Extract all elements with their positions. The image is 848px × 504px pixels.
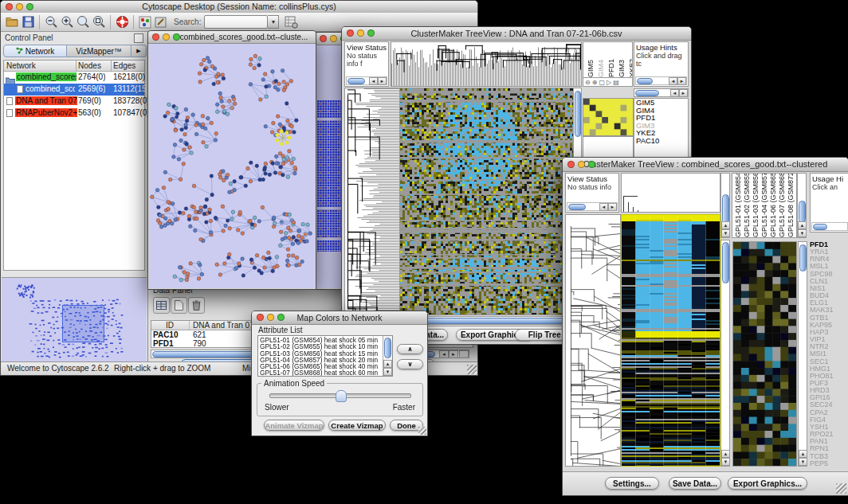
scroll-right-icon[interactable]: ►: [679, 89, 688, 97]
heatmap-main[interactable]: [621, 214, 720, 467]
scroll-down-icon[interactable]: ▼: [799, 458, 807, 466]
table-view-icon[interactable]: [153, 297, 170, 314]
zoom-icon[interactable]: [277, 314, 285, 321]
create-vizmap-button[interactable]: Create Vizmap: [328, 420, 386, 431]
search-input[interactable]: [204, 15, 268, 29]
mini-tool-icon[interactable]: ⊖: [585, 79, 591, 86]
close-icon[interactable]: [152, 33, 159, 41]
close-icon[interactable]: [320, 35, 327, 42]
resize-grip[interactable]: [418, 427, 426, 435]
close-icon[interactable]: [257, 314, 264, 321]
scroll-right-icon[interactable]: ►: [378, 77, 387, 85]
mini-tool-icon[interactable]: ⊕: [592, 79, 598, 86]
zoom-fit-icon[interactable]: [91, 14, 107, 30]
gene-label-list[interactable]: PFD1YRA1RNR4MSL1SPC98CLN1NIS1BUD4ELG1MAK…: [808, 241, 848, 467]
scroll-right-icon[interactable]: ►: [677, 77, 686, 85]
zoom-in-icon[interactable]: [59, 14, 75, 30]
close-icon[interactable]: [6, 3, 13, 10]
view-status-scrollbar[interactable]: ◄ ►: [567, 202, 618, 211]
column-dendrogram[interactable]: [391, 41, 582, 87]
scroll-right-icon[interactable]: ►: [608, 203, 617, 211]
heatmap-v-scrollbar[interactable]: ▲ ▼: [720, 240, 730, 467]
animate-vizmap-button[interactable]: Animate Vizmap: [264, 420, 324, 431]
delete-attribute-trash-icon[interactable]: [188, 297, 205, 314]
attribute-list-item[interactable]: GPL51-07 (GSM868) heat shock 60 min: [260, 369, 381, 376]
scroll-down-icon[interactable]: ▼: [721, 229, 730, 237]
network-graph-canvas[interactable]: [149, 44, 315, 288]
treeview-window-combined[interactable]: ClusterMaker TreeView : combined_scores_…: [562, 157, 848, 496]
annotation-icon[interactable]: [153, 14, 169, 30]
scroll-up-icon[interactable]: ▲: [798, 221, 807, 229]
mini-zoom-toolbar[interactable]: ⊖⊕▢▷▤: [583, 77, 633, 87]
mini-tool-icon[interactable]: ▢: [599, 79, 605, 86]
scroll-left-icon[interactable]: ◄: [669, 77, 677, 85]
gene-list-h-scrollbar[interactable]: ◄ ►: [634, 88, 689, 97]
move-up-button[interactable]: ∧: [397, 344, 423, 354]
scroll-down-icon[interactable]: ▼: [798, 229, 807, 237]
close-icon[interactable]: [347, 29, 354, 37]
tab-overflow-arrow-icon[interactable]: ▶: [132, 45, 147, 57]
usage-hints-scrollbar[interactable]: [811, 222, 848, 231]
scroll-up-icon[interactable]: ▲: [383, 360, 392, 368]
minimize-icon[interactable]: [330, 35, 337, 42]
zoom-icon[interactable]: [367, 29, 375, 37]
help-lifesaver-icon[interactable]: [114, 14, 130, 30]
main-title-bar[interactable]: Cytoscape Desktop (Session Name: collins…: [1, 1, 477, 14]
scroll-left-icon[interactable]: ◄: [599, 203, 608, 211]
tab-vizmapper[interactable]: VizMapper™: [67, 45, 132, 57]
zoom-selected-icon[interactable]: [75, 14, 91, 30]
zoom-icon[interactable]: [26, 3, 33, 10]
view-status-scrollbar[interactable]: ◄ ►: [346, 76, 387, 85]
network-view-window[interactable]: combined_scores_good.txt--cluste...: [147, 30, 316, 290]
slider-thumb[interactable]: [336, 390, 347, 402]
column-labels-scrollbar[interactable]: ▲ ▼: [797, 173, 807, 238]
scroll-up-icon[interactable]: ▲: [721, 450, 730, 458]
resize-grip[interactable]: [467, 365, 477, 374]
zoom-icon[interactable]: [173, 33, 180, 41]
scroll-down-icon[interactable]: ▼: [721, 458, 730, 466]
attribute-browser-icon[interactable]: [283, 14, 299, 30]
scroll-down-icon[interactable]: ▼: [383, 368, 392, 376]
mini-tool-icon[interactable]: ▷: [607, 79, 611, 86]
scroll-left-icon[interactable]: ◄: [369, 77, 378, 85]
vizmapper-icon[interactable]: [137, 14, 153, 30]
scroll-up-icon[interactable]: ▲: [721, 221, 730, 229]
tab-network[interactable]: Network: [3, 45, 67, 57]
minimize-icon[interactable]: [267, 314, 274, 321]
open-file-icon[interactable]: [4, 14, 20, 30]
search-dropdown-arrow-icon[interactable]: ▼: [268, 15, 279, 29]
minimize-icon[interactable]: [578, 161, 585, 168]
speed-slider[interactable]: [269, 393, 411, 398]
float-panel-icon[interactable]: [134, 33, 143, 43]
network-row-selected[interactable]: combined_sco 2569(6) 13112(15): [4, 84, 144, 96]
close-icon[interactable]: [567, 161, 575, 168]
heatmap-zoom-detail[interactable]: [732, 241, 797, 467]
network-row[interactable]: DNA and Tran 07 769(0) 183728(0): [4, 96, 144, 107]
move-down-button[interactable]: ∨: [397, 359, 423, 369]
minimize-icon[interactable]: [163, 33, 170, 41]
network-overview-panel[interactable]: [2, 277, 147, 368]
column-dendrogram[interactable]: [621, 173, 720, 213]
zoom-out-icon[interactable]: [43, 14, 59, 30]
save-data-button[interactable]: Save Data...: [669, 477, 721, 490]
row-dendrogram[interactable]: [565, 214, 621, 467]
zoom-icon[interactable]: [588, 161, 595, 168]
minimize-icon[interactable]: [357, 29, 364, 37]
export-graphics-button[interactable]: Export Graphics...: [728, 477, 807, 490]
scroll-up-icon[interactable]: ▲: [799, 450, 807, 458]
heatmap-v-scrollbar-top[interactable]: ▲ ▼: [720, 173, 730, 238]
usage-hints-scrollbar[interactable]: ◄ ►: [635, 76, 687, 85]
new-attribute-icon[interactable]: [171, 297, 187, 314]
scroll-left-icon[interactable]: ◄: [670, 89, 679, 97]
network-row[interactable]: combined_scores 2764(0) 16218(0): [4, 72, 144, 84]
correlation-mini-heatmap[interactable]: [583, 98, 634, 136]
mini-tool-icon[interactable]: ▤: [613, 79, 619, 86]
resize-grip[interactable]: [836, 483, 846, 494]
row-dendrogram[interactable]: [344, 88, 400, 315]
attribute-listbox[interactable]: GPL51-01 (GSM854) heat shock 05 minGPL51…: [257, 335, 393, 377]
heatmap-main[interactable]: [399, 88, 574, 315]
minimize-icon[interactable]: [16, 3, 23, 10]
scroll-left-icon[interactable]: ◄: [439, 350, 449, 358]
map-colors-dialog[interactable]: Map Colors to Network Attribute List GPL…: [251, 311, 428, 436]
scroll-right-icon[interactable]: ►: [449, 350, 458, 358]
